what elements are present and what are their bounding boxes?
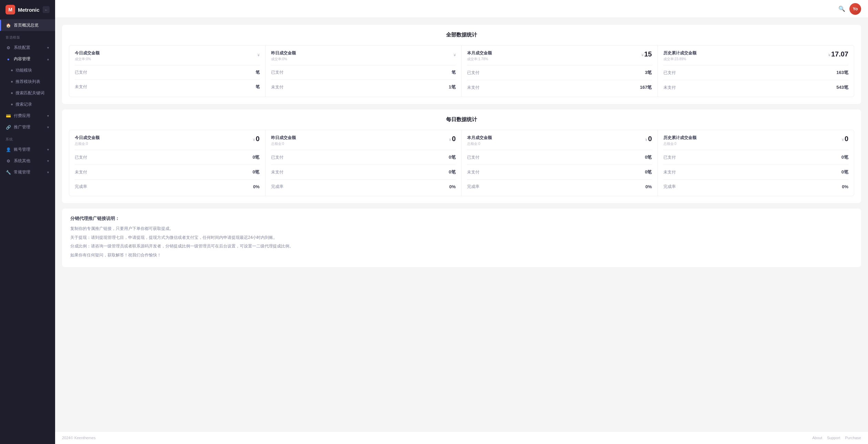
sidebar-item-content-manage[interactable]: ● 内容管理 ▲: [0, 53, 55, 65]
footer-link-purchase[interactable]: Purchase: [845, 436, 861, 440]
daily-stat-history-value: 0: [845, 135, 848, 143]
daily-stat-month-value: 0: [648, 135, 652, 143]
daily-stat-card-today: 今日成交金额 总额金:0 ¥ 0 已支付 0笔: [69, 130, 266, 196]
dot-icon: [11, 104, 13, 105]
stat-paid-label: 已支付: [75, 70, 87, 75]
stat-card-yesterday: 昨日成交金额 成交率:0% ¥ 已支付 笔: [266, 45, 462, 97]
footer-links: About Support Purchase: [812, 436, 861, 440]
stat-row-paid: 已支付 笔: [75, 68, 260, 77]
daily-stat-today-label: 今日成交金额: [75, 135, 100, 141]
sidebar-item-dashboard[interactable]: 🏠 首页概况总览: [0, 20, 55, 31]
stat-month-label: 本月成交金额: [467, 50, 492, 56]
stat-unpaid-label: 未支付: [467, 169, 479, 175]
sidebar-item-account-manage[interactable]: 👤 账号管理 ▼: [0, 144, 55, 155]
sidebar-item-system-config[interactable]: ⚙ 系统配置 ▼: [0, 42, 55, 53]
footer-link-support[interactable]: Support: [827, 436, 840, 440]
stat-row-paid: 已支付 163笔: [663, 68, 849, 77]
header: 🔍 Yo: [55, 0, 868, 18]
stat-paid-value: 0笔: [645, 154, 652, 160]
footer-link-about[interactable]: About: [812, 436, 822, 440]
stat-paid-value: 3笔: [645, 70, 652, 76]
daily-stat-row-complete: 完成率 0%: [271, 182, 456, 191]
daily-stat-card-month: 本月成交金额 总额金:0 ¥ 0 已支付 0笔: [462, 130, 658, 196]
stat-unpaid-value: 0笔: [449, 169, 456, 175]
stat-paid-label: 已支付: [271, 155, 283, 160]
stat-card-today: 今日成交金额 成交率:0% ¥ 已支付 笔: [69, 45, 266, 97]
daily-stat-today-currency: ¥: [253, 138, 255, 142]
stat-complete-label: 完成率: [663, 184, 676, 190]
main-content: 🔍 Yo 全部数据统计 今日成交金额 成交率:0% ¥: [55, 0, 868, 444]
notice-line-1: 复制你的专属推广链接，只要用户下单你都可获取提成。: [70, 225, 853, 233]
daily-stat-row-unpaid: 未支付 0笔: [75, 168, 260, 177]
sidebar-item-promo-manage[interactable]: 🔗 推广管理 ▼: [0, 121, 55, 133]
search-icon[interactable]: 🔍: [838, 6, 845, 12]
stat-complete-value: 0%: [842, 184, 848, 189]
daily-stat-yesterday-sublabel: 总额金:0: [271, 141, 296, 146]
dot-icon: [11, 70, 13, 71]
home-icon: 🏠: [6, 23, 11, 28]
sidebar-item-label: 系统其他: [14, 158, 44, 164]
stat-unpaid-value: 0笔: [645, 169, 652, 175]
sidebar-item-label: 推荐模块列表: [16, 79, 50, 85]
dot-icon: [11, 81, 13, 83]
stat-unpaid-label: 未支付: [271, 169, 283, 175]
daily-stat-month-sublabel: 总额金:0: [467, 141, 492, 146]
daily-stat-today-sublabel: 总额金:0: [75, 141, 100, 146]
stat-history-currency: ¥: [828, 53, 830, 57]
daily-stat-history-currency: ¥: [842, 138, 844, 142]
daily-stat-month-currency: ¥: [645, 138, 647, 142]
stat-paid-value: 笔: [452, 70, 456, 75]
sidebar-item-label: 系统配置: [14, 45, 44, 51]
sidebar-item-search-keyword[interactable]: 搜索匹配关键词: [0, 87, 55, 99]
stat-yesterday-label: 昨日成交金额: [271, 50, 296, 56]
sidebar-item-label: 功能模块: [16, 67, 50, 73]
stat-row-unpaid: 未支付 543笔: [663, 83, 849, 92]
notice-title: 分销代理推广链接说明：: [70, 215, 853, 222]
avatar[interactable]: Yo: [849, 3, 861, 15]
sidebar-item-search-history[interactable]: 搜索记录: [0, 99, 55, 110]
stat-paid-label: 已支付: [75, 155, 87, 160]
link-icon: 🔗: [6, 125, 11, 130]
chevron-down-icon: ▼: [46, 148, 50, 151]
stat-paid-value: 0笔: [841, 154, 848, 160]
sidebar-collapse-button[interactable]: ←: [43, 6, 50, 13]
chevron-down-icon: ▼: [46, 159, 50, 163]
stat-paid-label: 已支付: [467, 155, 479, 160]
stat-card-history: 历史累计成交金额 成交率:23.89% ¥ 17.07 已支付 163笔: [658, 45, 854, 97]
notice-section: 分销代理推广链接说明： 复制你的专属推广链接，只要用户下单你都可获取提成。 关于…: [62, 209, 861, 267]
sidebar-item-system-other[interactable]: ⚙ 系统其他 ▼: [0, 155, 55, 167]
daily-stat-row-unpaid: 未支付 0笔: [271, 168, 456, 177]
stat-unpaid-value: 167笔: [640, 84, 652, 91]
stat-month-value: 15: [644, 50, 652, 58]
stat-row-unpaid: 未支付 笔: [75, 83, 260, 91]
sidebar-item-feature-module[interactable]: 功能模块: [0, 65, 55, 76]
daily-stat-row-unpaid: 未支付 0笔: [467, 168, 652, 177]
stat-row-unpaid: 未支付 1笔: [271, 83, 456, 92]
stat-today-currency: ¥: [257, 53, 259, 57]
sidebar-item-label: 内容管理: [14, 56, 44, 62]
stat-complete-value: 0%: [449, 184, 456, 189]
stat-paid-label: 已支付: [467, 70, 479, 76]
sidebar-item-label: 搜索匹配关键词: [16, 90, 50, 96]
logo-text: Metronic: [18, 7, 40, 13]
chevron-down-icon: ▼: [46, 126, 50, 129]
dot-icon: [11, 92, 13, 94]
daily-stat-yesterday-value: 0: [452, 135, 456, 143]
chevron-down-icon: ▼: [46, 46, 50, 50]
sidebar-item-recommend-module[interactable]: 推荐模块列表: [0, 76, 55, 87]
sidebar-item-label: 首页概况总览: [14, 22, 50, 28]
daily-stat-row-unpaid: 未支付 0笔: [663, 168, 849, 177]
notice-line-4: 如果你有任何疑问，获取解答！祝我们合作愉快！: [70, 252, 853, 259]
settings-icon: ⚙: [6, 158, 11, 164]
sidebar-item-routine-manage[interactable]: 🔧 常规管理 ▼: [0, 167, 55, 178]
daily-stat-row-paid: 已支付 0笔: [663, 153, 849, 162]
stat-unpaid-value: 笔: [256, 84, 260, 90]
wrench-icon: 🔧: [6, 170, 11, 175]
all-data-section-title: 全部数据统计: [69, 32, 854, 38]
notice-line-3: 分成比例：请咨询一级管理员或者联系源码开发者，分销提成比例一级管理员可在后台设置…: [70, 243, 853, 250]
chevron-down-icon: ▼: [46, 114, 50, 118]
sidebar-item-payment-app[interactable]: 💳 付费应用 ▼: [0, 110, 55, 121]
sidebar-section-label-templates: 首选模版: [0, 31, 55, 42]
daily-stat-card-history: 历史累计成交金额 总额金:0 ¥ 0 已支付 0笔: [658, 130, 854, 196]
daily-stat-card-yesterday: 昨日成交金额 总额金:0 ¥ 0 已支付 0笔: [266, 130, 462, 196]
